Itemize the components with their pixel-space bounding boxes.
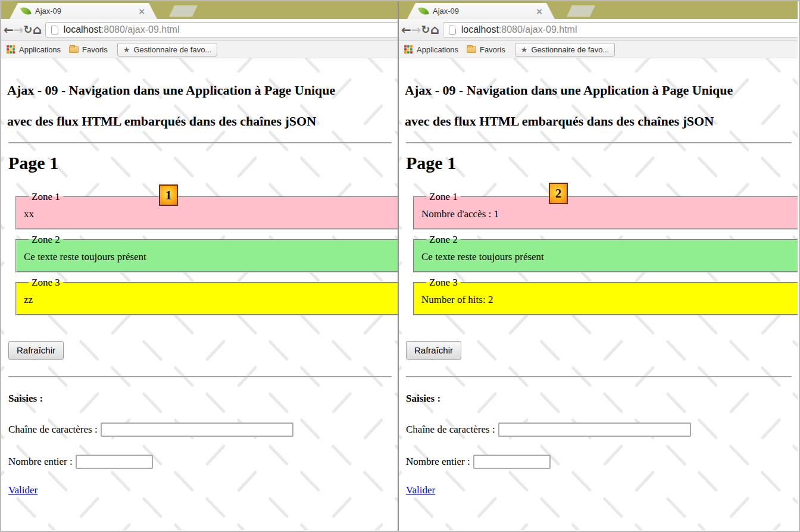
tab-strip: Ajax-09 × (399, 1, 798, 19)
new-tab-button[interactable] (169, 5, 198, 17)
browser-tab[interactable]: Ajax-09 × (407, 3, 555, 19)
tab-title: Ajax-09 (35, 7, 61, 15)
forward-icon[interactable]: → (14, 24, 24, 36)
step-badge: 2 (549, 183, 568, 204)
reload-icon[interactable]: ↻ (421, 24, 430, 35)
section-title: Page 1 (406, 153, 792, 173)
zone3-text: zz (24, 294, 398, 306)
bookmarks-bar: Applications Favoris ★ Gestionnaire de f… (1, 41, 398, 58)
apps-grid-icon (404, 45, 412, 54)
bookmark-manager-button[interactable]: ★ Gestionnaire de favo... (117, 43, 217, 57)
web-page: 1 Ajax - 09 - Navigation dans une Applic… (1, 58, 398, 530)
divider-rule (8, 142, 392, 143)
browser-tab[interactable]: Ajax-09 × (10, 3, 157, 19)
zone3-fieldset: Zone 3 zz (15, 277, 398, 315)
navigation-toolbar: ← → ↻ ⌂ localhost:8080/ajax-09.html (399, 19, 798, 41)
home-icon[interactable]: ⌂ (33, 24, 42, 36)
refresh-button[interactable]: Rafraîchir (406, 341, 461, 359)
string-field-row: Chaîne de caractères : (406, 423, 792, 437)
bookmark-favoris[interactable]: Favoris (480, 45, 505, 54)
star-icon: ★ (123, 46, 130, 54)
divider-rule (406, 142, 792, 143)
home-icon[interactable]: ⌂ (430, 24, 439, 36)
valider-link[interactable]: Valider (8, 484, 38, 496)
number-field-label: Nombre entier : (406, 456, 470, 468)
folder-icon (467, 46, 476, 53)
url-path: :8080/ajax-09.html (101, 24, 180, 35)
string-field-label: Chaîne de caractères : (406, 424, 495, 436)
zone2-legend: Zone 2 (426, 234, 461, 246)
web-page: 2 Ajax - 09 - Navigation dans une Applic… (399, 58, 798, 530)
zone3-text: Number of hits: 2 (421, 294, 798, 306)
heading-line-2: avec des flux HTML embarqués dans des ch… (405, 106, 792, 137)
divider-rule-2 (406, 376, 792, 377)
page-content: Ajax - 09 - Navigation dans une Applicat… (1, 75, 398, 496)
zone3-legend: Zone 3 (426, 277, 461, 289)
url-text: localhost:8080/ajax-09.html (64, 24, 180, 35)
string-field-row: Chaîne de caractères : (8, 423, 392, 437)
zone1-fieldset: Zone 1 Nombre d'accès : 1 (413, 191, 798, 230)
string-input[interactable] (498, 423, 691, 437)
new-tab-button[interactable] (567, 5, 595, 17)
heading-line-1: Ajax - 09 - Navigation dans une Applicat… (405, 75, 792, 106)
section-title: Page 1 (8, 153, 392, 173)
url-host: localhost (461, 24, 499, 35)
back-icon[interactable]: ← (4, 24, 14, 36)
zone2-legend: Zone 2 (29, 234, 63, 246)
page-content: Ajax - 09 - Navigation dans une Applicat… (399, 75, 798, 496)
saisies-label: Saisies : (406, 393, 792, 405)
number-field-row: Nombre entier : (406, 455, 792, 469)
reload-icon[interactable]: ↻ (24, 24, 33, 35)
bookmark-applications[interactable]: Applications (19, 45, 61, 54)
page-document-icon (449, 26, 456, 35)
tab-close-icon[interactable]: × (536, 7, 543, 16)
heading-line-1: Ajax - 09 - Navigation dans une Applicat… (7, 75, 392, 106)
browser-window-left: Ajax-09 × ← → ↻ ⌂ localhost:8080/ajax-09… (1, 1, 399, 531)
zone3-legend: Zone 3 (29, 277, 63, 289)
bookmark-manager-label: Gestionnaire de favo... (531, 45, 609, 54)
saisies-label: Saisies : (8, 393, 392, 405)
zone2-fieldset: Zone 2 Ce texte reste toujours présent (15, 234, 398, 273)
refresh-button[interactable]: Rafraîchir (8, 341, 64, 359)
divider-rule-2 (8, 376, 392, 377)
zone1-text: xx (24, 208, 398, 220)
step-badge: 1 (159, 184, 178, 206)
address-bar[interactable]: localhost:8080/ajax-09.html (45, 22, 399, 37)
url-host: localhost (64, 24, 101, 35)
bookmark-applications[interactable]: Applications (417, 45, 458, 54)
bookmarks-bar: Applications Favoris ★ Gestionnaire de f… (399, 41, 798, 58)
zone2-fieldset: Zone 2 Ce texte reste toujours présent (413, 234, 798, 273)
integer-input[interactable] (473, 455, 551, 469)
forward-icon[interactable]: → (411, 24, 421, 36)
zone1-legend: Zone 1 (29, 191, 63, 203)
url-path: :8080/ajax-09.html (499, 24, 577, 35)
screenshot-canvas: Ajax-09 × ← → ↻ ⌂ localhost:8080/ajax-09… (0, 0, 800, 532)
string-field-label: Chaîne de caractères : (8, 424, 98, 436)
string-input[interactable] (101, 423, 293, 437)
address-bar[interactable]: localhost:8080/ajax-09.html (443, 22, 798, 37)
zone1-legend: Zone 1 (426, 191, 461, 203)
star-icon: ★ (521, 46, 528, 54)
integer-input[interactable] (76, 455, 153, 469)
page-heading: Ajax - 09 - Navigation dans une Applicat… (405, 75, 792, 137)
zone1-fieldset: Zone 1 xx (15, 191, 398, 230)
leaf-favicon-icon (20, 5, 32, 17)
tab-title: Ajax-09 (433, 7, 459, 15)
number-field-row: Nombre entier : (8, 455, 392, 469)
tab-close-icon[interactable]: × (138, 7, 145, 16)
page-heading: Ajax - 09 - Navigation dans une Applicat… (7, 75, 392, 137)
zone2-text: Ce texte reste toujours présent (24, 251, 398, 263)
folder-icon (69, 46, 79, 53)
bookmark-favoris[interactable]: Favoris (82, 45, 108, 54)
page-document-icon (51, 26, 58, 35)
heading-line-2: avec des flux HTML embarqués dans des ch… (7, 106, 392, 137)
bookmark-manager-button[interactable]: ★ Gestionnaire de favo... (515, 43, 615, 57)
number-field-label: Nombre entier : (8, 456, 73, 468)
navigation-toolbar: ← → ↻ ⌂ localhost:8080/ajax-09.html (1, 19, 398, 41)
zone2-text: Ce texte reste toujours présent (421, 251, 798, 263)
apps-grid-icon (7, 45, 15, 54)
browser-window-right: Ajax-09 × ← → ↻ ⌂ localhost:8080/ajax-09… (399, 1, 798, 531)
bookmark-manager-label: Gestionnaire de favo... (133, 45, 211, 54)
back-icon[interactable]: ← (401, 24, 411, 36)
valider-link[interactable]: Valider (406, 484, 435, 496)
